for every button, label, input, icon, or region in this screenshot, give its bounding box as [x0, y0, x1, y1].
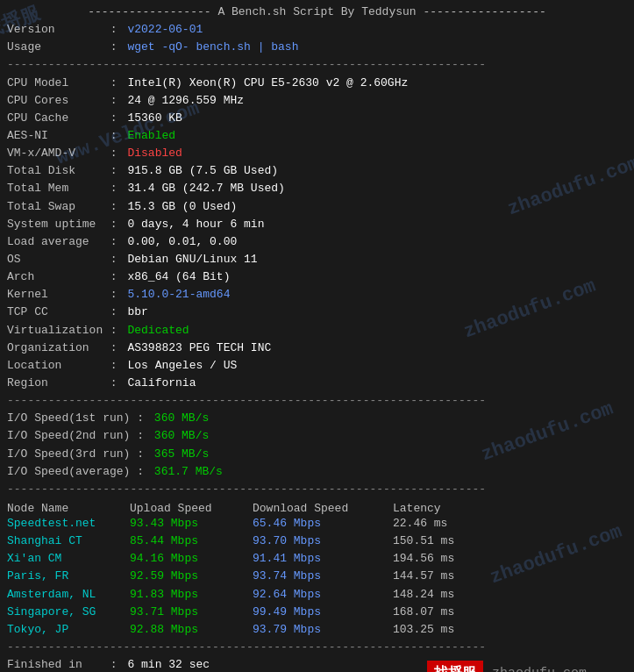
- version-value: v2022-06-01: [127, 23, 203, 36]
- virt-value: Dedicated: [127, 324, 189, 337]
- finished-value: 6 min 32 sec: [127, 658, 210, 671]
- io-run1-value: 360 MB/s: [154, 411, 209, 425]
- total-mem-used-paren: (242.7 MB Used): [182, 182, 285, 195]
- cpu-cache-value: 15360 KB: [127, 111, 182, 125]
- node-name: Amsterdam, NL: [7, 586, 130, 604]
- download-speed: 93.70 Mbps: [253, 533, 393, 550]
- finished-label: Finished in: [7, 656, 103, 672]
- latency: 144.57 ms: [393, 568, 498, 585]
- io-run3-line: I/O Speed(3rd run) : 365 MB/s: [7, 446, 627, 463]
- node-name: Shanghai CT: [7, 533, 130, 550]
- upload-speed: 91.83 Mbps: [130, 586, 253, 604]
- io-run3-label: I/O Speed(3rd run): [7, 446, 130, 463]
- location-value: Los Angeles / US: [127, 359, 237, 372]
- table-row: Paris, FR 92.59 Mbps 93.74 Mbps 144.57 m…: [7, 568, 627, 585]
- node-name: Singapore, SG: [7, 604, 130, 621]
- download-speed: 99.49 Mbps: [253, 604, 393, 621]
- node-name: Speedtest.net: [7, 515, 130, 533]
- upload-speed: 93.71 Mbps: [130, 604, 253, 621]
- cpu-cache-line: CPU Cache : 15360 KB: [7, 110, 627, 127]
- col-node: Node Name: [7, 502, 130, 515]
- network-table-header: Node Name Upload Speed Download Speed La…: [7, 502, 627, 515]
- latency: 168.07 ms: [393, 604, 498, 621]
- total-swap-value: 15.3 GB: [127, 200, 175, 213]
- usage-value: wget -qO- bench.sh | bash: [127, 40, 298, 54]
- latency: 150.51 ms: [393, 533, 498, 550]
- os-value: Debian GNU/Linux 11: [127, 253, 257, 266]
- uptime-line: System uptime : 0 days, 4 hour 6 min: [7, 216, 627, 233]
- node-name: Tokyo, JP: [7, 621, 130, 639]
- node-name: Xi'an CM: [7, 550, 130, 568]
- location-line: Location : Los Angeles / US: [7, 357, 627, 375]
- vm-amd-line: VM-x/AMD-V : Disabled: [7, 145, 627, 162]
- table-row: Xi'an CM 94.16 Mbps 91.41 Mbps 194.56 ms: [7, 550, 627, 568]
- latency: 103.25 ms: [393, 621, 498, 639]
- latency: 22.46 ms: [393, 515, 498, 533]
- upload-speed: 92.59 Mbps: [130, 568, 253, 585]
- arch-line: Arch : x86_64 (64 Bit): [7, 268, 627, 286]
- cpu-cores-label: CPU Cores: [7, 92, 103, 110]
- tcp-cc-label: TCP CC: [7, 304, 103, 321]
- io-run2-line: I/O Speed(2nd run) : 360 MB/s: [7, 427, 627, 445]
- total-disk-value: 915.8 GB: [127, 164, 182, 177]
- aes-ni-line: AES-NI : Enabled: [7, 127, 627, 145]
- vm-amd-value: Disabled: [127, 147, 182, 160]
- kernel-label: Kernel: [7, 286, 103, 304]
- footer-bottom-bar: 找捋服 zhaodufu.com: [380, 651, 634, 672]
- cpu-model-line: CPU Model : Intel(R) Xeon(R) CPU E5-2630…: [7, 75, 627, 92]
- download-speed: 92.64 Mbps: [253, 586, 393, 604]
- io-run1-label: I/O Speed(1st run): [7, 410, 130, 427]
- table-row: Tokyo, JP 92.88 Mbps 93.79 Mbps 103.25 m…: [7, 621, 627, 639]
- io-avg-value: 361.7 MB/s: [154, 465, 223, 478]
- upload-speed: 92.88 Mbps: [130, 621, 253, 639]
- tcp-cc-value: bbr: [127, 305, 147, 318]
- table-row: Amsterdam, NL 91.83 Mbps 92.64 Mbps 148.…: [7, 586, 627, 604]
- uptime-value: 0 days, 4 hour 6 min: [127, 218, 264, 231]
- io-divider: ----------------------------------------…: [7, 392, 627, 410]
- location-label: Location: [7, 357, 103, 375]
- total-swap-label: Total Swap: [7, 198, 103, 216]
- total-disk-used-paren: (7.5 GB Used): [189, 164, 278, 177]
- total-disk-label: Total Disk: [7, 162, 103, 180]
- upload-speed: 85.44 Mbps: [130, 533, 253, 550]
- load-label: Load average: [7, 233, 103, 251]
- table-row: Shanghai CT 85.44 Mbps 93.70 Mbps 150.51…: [7, 533, 627, 550]
- cpu-model-label: CPU Model: [7, 75, 103, 92]
- kernel-value: 5.10.0-21-amd64: [127, 288, 230, 301]
- col-latency: Latency: [393, 502, 498, 515]
- total-disk-line: Total Disk : 915.8 GB (7.5 GB Used): [7, 162, 627, 180]
- download-speed: 65.46 Mbps: [253, 515, 393, 533]
- cpu-cores-line: CPU Cores : 24 @ 1296.559 MHz: [7, 92, 627, 110]
- io-run2-value: 360 MB/s: [154, 429, 209, 442]
- upload-speed: 93.43 Mbps: [130, 515, 253, 533]
- node-name: Paris, FR: [7, 568, 130, 585]
- uptime-label: System uptime: [7, 216, 103, 233]
- cpu-model-value: Intel(R) Xeon(R) CPU E5-2630 v2 @ 2.60GH…: [127, 76, 408, 89]
- total-swap-line: Total Swap : 15.3 GB (0 Used): [7, 198, 627, 216]
- region-line: Region : California: [7, 375, 627, 392]
- download-speed: 91.41 Mbps: [253, 550, 393, 568]
- cpu-cache-label: CPU Cache: [7, 110, 103, 127]
- table-row: Speedtest.net 93.43 Mbps 65.46 Mbps 22.4…: [7, 515, 627, 533]
- io-run1-line: I/O Speed(1st run) : 360 MB/s: [7, 410, 627, 427]
- region-value: California: [127, 376, 196, 390]
- os-line: OS : Debian GNU/Linux 11: [7, 251, 627, 268]
- network-divider: ----------------------------------------…: [7, 481, 627, 498]
- aes-ni-value: Enabled: [127, 129, 175, 142]
- usage-line: Usage : wget -qO- bench.sh | bash: [7, 39, 627, 56]
- os-label: OS: [7, 251, 103, 268]
- total-swap-used-paren: (0 Used): [182, 200, 237, 213]
- load-value: 0.00, 0.01, 0.00: [127, 235, 237, 248]
- usage-label: Usage: [7, 39, 103, 56]
- header-divider2: ----------------------------------------…: [7, 56, 627, 74]
- aes-ni-label: AES-NI: [7, 127, 103, 145]
- virt-line: Virtualization : Dedicated: [7, 322, 627, 340]
- version-line: Version : v2022-06-01: [7, 21, 627, 39]
- upload-speed: 94.16 Mbps: [130, 550, 253, 568]
- latency: 194.56 ms: [393, 550, 498, 568]
- total-mem-value: 31.4 GB: [127, 182, 175, 195]
- kernel-line: Kernel : 5.10.0-21-amd64: [7, 286, 627, 304]
- footer-domain: zhaodufu.com: [492, 666, 587, 672]
- version-label: Version: [7, 21, 103, 39]
- org-label: Organization: [7, 340, 103, 357]
